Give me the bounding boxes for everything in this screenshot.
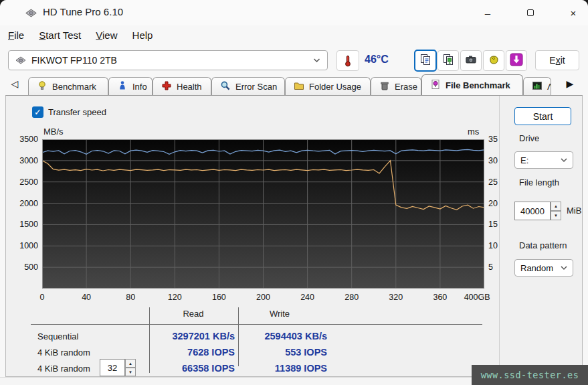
tab-erase[interactable]: Erase — [371, 77, 421, 95]
menu-item-help[interactable]: Help — [126, 27, 160, 43]
y-right-tick: 20 — [488, 199, 515, 208]
app-window: HD Tune Pro 6.10 – × FileStart TestViewH… — [0, 0, 588, 385]
y-left-tick: 1000 — [6, 241, 38, 250]
tab-error-scan[interactable]: Error Scan — [211, 77, 285, 95]
x-tick: 0 — [40, 293, 45, 302]
tab-folder-usage[interactable]: Folder Usage — [285, 77, 371, 95]
spin-down-icon[interactable]: ▼ — [125, 368, 136, 376]
maximize-icon — [527, 9, 534, 16]
tab-info[interactable]: Info — [108, 77, 153, 95]
file-length-unit: MiB — [567, 206, 581, 216]
queue-depth-spinner[interactable]: ▲ ▼ — [125, 359, 136, 376]
data-pattern-value: Random — [520, 263, 561, 273]
x-tick: 360 — [433, 293, 447, 302]
disk-icon — [15, 55, 26, 66]
buy-button[interactable] — [483, 50, 504, 71]
chevron-down-icon — [561, 157, 567, 163]
random-write-value: 553 IOPS — [285, 347, 327, 358]
temperature-button[interactable] — [336, 50, 359, 71]
y-left-axis-unit: MB/s — [43, 127, 64, 137]
watermark: www.ssd-tester.es — [472, 365, 588, 385]
menu-bar: FileStart TestViewHelp — [0, 25, 588, 44]
y-left-tick: 2500 — [6, 177, 38, 187]
y-left-tick: 2000 — [6, 199, 38, 208]
minimize-button[interactable]: – — [472, 0, 503, 25]
exit-label: Exit — [549, 55, 565, 66]
drive-select-value: E: — [520, 155, 561, 165]
tab-benchmark[interactable]: Benchmark — [28, 77, 108, 95]
chevron-down-icon — [561, 265, 567, 271]
hand-icon — [488, 54, 500, 68]
random-read-value: 7628 IOPS — [187, 347, 235, 358]
download-icon — [510, 53, 523, 69]
row-label-4kib-random-qd: 4 KiB random — [37, 364, 90, 374]
tab-label: Health — [177, 82, 202, 92]
tab-file-benchmark[interactable]: File Benchmark — [421, 74, 523, 95]
y-right-tick: 10 — [488, 241, 515, 250]
transfer-speed-label: Transfer speed — [48, 107, 106, 117]
x-tick: 120 — [168, 293, 182, 302]
checkbox-checked-icon[interactable]: ✓ — [32, 106, 43, 118]
drive-select[interactable]: E: — [514, 151, 573, 169]
row-label-sequential: Sequential — [37, 331, 78, 341]
read-column-header: Read — [183, 309, 203, 319]
temperature-value: 46°C — [365, 54, 389, 66]
drive-selector[interactable]: FIKWOT FP110 2TB — [8, 50, 328, 70]
file-length-input[interactable]: 40000 — [514, 202, 551, 220]
bulb-icon — [37, 80, 47, 93]
data-pattern-label: Data pattern — [519, 240, 567, 250]
y-right-tick: 25 — [488, 177, 515, 187]
menu-item-view[interactable]: View — [89, 27, 124, 43]
cross-icon — [161, 80, 172, 93]
spin-down-icon[interactable]: ▼ — [551, 211, 561, 220]
spin-up-icon[interactable]: ▲ — [125, 359, 136, 368]
copy-image-button[interactable] — [437, 50, 459, 71]
tab-label: Info — [132, 82, 147, 92]
copy-to-clipboard-button[interactable] — [415, 50, 436, 71]
tab-[interactable]: Λ. — [523, 77, 551, 95]
queue-depth-input[interactable]: 32 — [100, 359, 125, 376]
maximize-button[interactable] — [515, 0, 546, 25]
y-left-tick: 3000 — [6, 156, 38, 165]
x-tick: 240 — [300, 293, 314, 302]
tab-scroll-left-button[interactable]: ◁ — [8, 78, 21, 89]
y-right-tick: 30 — [488, 156, 515, 165]
data-pattern-select[interactable]: Random — [514, 259, 573, 277]
menu-item-start-test[interactable]: Start Test — [32, 27, 88, 43]
tab-scroll-right-button[interactable]: ▶ — [563, 78, 577, 89]
drive-label: Drive — [519, 133, 539, 143]
menu-item-file[interactable]: File — [1, 27, 31, 43]
tab-label: Erase — [395, 82, 417, 92]
y-right-tick: 35 — [488, 135, 515, 144]
x-tick: 400GB — [464, 293, 490, 302]
transfer-speed-checkbox-row[interactable]: ✓ Transfer speed — [32, 106, 106, 118]
tab-strip: ◁ BenchmarkInfoHealthError ScanFolder Us… — [0, 75, 588, 95]
spin-up-icon[interactable]: ▲ — [551, 202, 561, 211]
screenshot-button[interactable] — [460, 50, 482, 71]
start-button[interactable]: Start — [514, 107, 571, 125]
toolbar: FIKWOT FP110 2TB 46°C Exit — [0, 44, 588, 75]
file-benchmark-panel: ✓ Transfer speed MB/s ms 350030002500200… — [5, 95, 583, 377]
tabs: BenchmarkInfoHealthError ScanFolder Usag… — [28, 75, 551, 95]
title-bar: HD Tune Pro 6.10 – × — [0, 0, 588, 25]
copy-icon — [419, 54, 431, 68]
x-tick: 80 — [126, 293, 135, 302]
purple-bulb-icon — [430, 79, 441, 92]
exit-button[interactable]: Exit — [535, 50, 579, 70]
folder-icon — [294, 80, 304, 93]
file-length-label: File length — [519, 177, 559, 187]
table-header-rule — [31, 324, 482, 325]
tab-label: File Benchmark — [446, 80, 510, 90]
tab-label: Λ. — [547, 82, 551, 92]
random-qd32-write-value: 11389 IOPS — [275, 363, 327, 374]
copy-image-icon — [442, 54, 454, 68]
x-tick: 160 — [212, 293, 226, 302]
x-tick: 200 — [256, 293, 270, 302]
tab-health[interactable]: Health — [153, 77, 211, 95]
y-left-tick: 3500 — [6, 135, 38, 144]
y-right-tick: 15 — [488, 220, 515, 229]
file-length-spinner[interactable]: ▲ ▼ — [551, 202, 561, 220]
close-button[interactable]: × — [558, 0, 588, 25]
save-button[interactable] — [506, 50, 527, 71]
y-left-tick: 1500 — [6, 220, 38, 229]
